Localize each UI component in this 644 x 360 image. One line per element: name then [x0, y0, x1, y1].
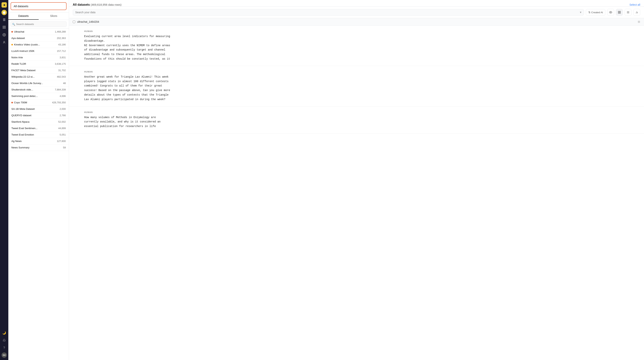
dataset-item-count: 1,468,288: [55, 30, 66, 33]
nav-datasets-icon[interactable]: [1, 24, 7, 30]
dataset-list-item[interactable]: Wikipedia-22-12-si...482,543: [8, 74, 69, 80]
sort-icon: ⇅: [588, 11, 590, 14]
dataset-item-name: Kinetics Video (custo...: [14, 43, 40, 46]
list-view-button[interactable]: [625, 9, 632, 16]
dataset-item-name: Tweet Eval Sentimen...: [11, 127, 38, 130]
dataset-list-item[interactable]: SA-1B Meta Dataset2,000: [8, 106, 69, 112]
select-all-button[interactable]: Select all: [630, 3, 640, 6]
dataset-list-item[interactable]: Ag News127,600: [8, 138, 69, 144]
svg-point-5: [4, 41, 5, 42]
all-datasets-button[interactable]: All datasets: [10, 2, 66, 10]
status-dot: [11, 31, 13, 32]
dataset-row-header: ultrachat_1464204 ⊞: [69, 18, 644, 25]
dataset-item-name: Shutterstock vide...: [11, 88, 33, 91]
message-text: Evaluating current area level indicators…: [84, 34, 635, 61]
content-area: ultrachat_1464204 ⊞ HUMANEvaluating curr…: [69, 18, 644, 360]
dataset-item-count: 2,000: [60, 108, 66, 110]
dataset-item-count: 43,186: [58, 43, 66, 46]
dataset-list-item[interactable]: Tweet Eval Sentimen...44,899: [8, 125, 69, 132]
sidebar-tabs: Datasets Slices: [8, 12, 69, 20]
dataset-list-item[interactable]: Tweet Eval Emotion5,051: [8, 132, 69, 138]
dataset-item-count: 127,600: [57, 140, 66, 143]
dataset-list-item[interactable]: LLaVA Instruct 150K157,712: [8, 48, 69, 54]
sort-button[interactable]: ⇅ Created At: [586, 9, 605, 15]
sort-label: Created At: [591, 11, 603, 14]
sidebar-header: All datasets: [8, 0, 69, 12]
dataset-item-count: 426,793,350: [52, 101, 66, 104]
dataset-item-count: 157,712: [57, 50, 66, 52]
dataset-list-item[interactable]: Stanford Alpaca52,002: [8, 119, 69, 125]
page-title: All datasets (469,618,956 data rows): [73, 3, 122, 6]
dataset-list-item[interactable]: Notre Arte3,831: [8, 54, 69, 61]
dataset-item-name: LLaVA Instruct 150K: [11, 50, 34, 52]
eye-view-button[interactable]: [607, 9, 614, 16]
left-nav: ◆ ☰ 🌙 ? GU: [0, 0, 8, 360]
dataset-list-item[interactable]: Ocean Worlds Life Survey...48: [8, 80, 69, 86]
tab-datasets[interactable]: Datasets: [8, 12, 39, 20]
nav-models-icon[interactable]: [1, 39, 7, 45]
nav-menu-icon[interactable]: ☰: [1, 17, 7, 23]
dataset-list-item[interactable]: Kinetics Video (custo...43,186: [8, 41, 69, 48]
grid-view-button[interactable]: [616, 9, 623, 16]
dataset-list-item[interactable]: Shutterstock vide...7,884,339: [8, 86, 69, 93]
dataset-item-count: 7,884,339: [55, 88, 66, 91]
shield-badge: [2, 10, 7, 15]
svg-rect-9: [618, 12, 619, 13]
toolbar: ▼ ⇅ Created At: [69, 7, 644, 18]
dataset-item-name: SA-1B Meta Dataset: [11, 108, 35, 110]
dataset-item-count: 31,702: [58, 69, 66, 72]
dataset-list-item[interactable]: FACET Meta Dataset31,702: [8, 67, 69, 74]
dataset-item-count: 52,002: [58, 120, 66, 123]
svg-rect-2: [3, 28, 4, 28]
dataset-list: Ultrachat1,468,288Aya dataset202,363Kine…: [8, 28, 69, 360]
select-row-checkbox[interactable]: [73, 21, 75, 23]
dataset-list-item[interactable]: Reddit TLDR3,638,175: [8, 61, 69, 67]
dataset-item-name: Ultrachat: [14, 30, 24, 33]
dataset-item-count: 2,766: [60, 114, 66, 117]
svg-point-6: [610, 12, 611, 13]
svg-rect-8: [620, 11, 620, 12]
dataset-row-label: ultrachat_1464204: [77, 20, 99, 23]
svg-point-4: [4, 34, 5, 35]
dataset-item-name: Stanford Alpaca: [11, 120, 30, 123]
help-icon[interactable]: ?: [1, 345, 7, 351]
user-avatar[interactable]: GU: [2, 353, 7, 358]
dataset-item-count: 44,899: [58, 127, 66, 130]
main-search-wrap: ▼: [73, 9, 584, 15]
nav-settings-icon[interactable]: [1, 32, 7, 38]
dataset-list-item[interactable]: Ultrachat1,468,288: [8, 28, 69, 35]
message-section: HUMANHow many volumes of Methods in Enzy…: [69, 107, 644, 133]
search-dropdown-icon: ▼: [579, 11, 582, 14]
main-search-input[interactable]: [73, 9, 584, 15]
sidebar-search-input[interactable]: [10, 21, 66, 27]
message-text: How many volumes of Methods in Enzymolog…: [84, 115, 635, 129]
message-text: Another great week for Triangle Lax Alum…: [84, 75, 635, 102]
dataset-list-item[interactable]: Aya dataset202,363: [8, 35, 69, 41]
tab-slices[interactable]: Slices: [39, 12, 69, 20]
app-logo[interactable]: ◆: [2, 2, 7, 7]
chart-view-button[interactable]: [634, 9, 640, 16]
message-role: HUMAN: [84, 111, 635, 113]
notifications-icon[interactable]: [1, 337, 7, 343]
dataset-item-count: 202,363: [57, 37, 66, 39]
dataset-item-name: Wikipedia-22-12-si...: [11, 75, 35, 78]
expand-icon[interactable]: ⊞: [638, 20, 640, 23]
message-role: HUMAN: [84, 30, 635, 32]
dataset-list-item[interactable]: QUERYD dataset2,766: [8, 112, 69, 119]
sidebar: All datasets Datasets Slices 🔍 Ultrachat…: [8, 0, 69, 360]
dataset-item-name: Ocean Worlds Life Survey...: [11, 82, 43, 85]
dataset-list-item[interactable]: Coyo 700M426,793,350: [8, 99, 69, 106]
dataset-item-name: Coyo 700M: [14, 101, 27, 104]
svg-rect-0: [3, 26, 4, 27]
dataset-item-count: 5,051: [60, 133, 66, 136]
dataset-list-item[interactable]: Swimming pool detec...4,696: [8, 93, 69, 99]
dataset-item-name: Swimming pool detec...: [11, 95, 38, 97]
dataset-list-item[interactable]: News Summary59: [8, 144, 69, 151]
dark-mode-icon[interactable]: 🌙: [1, 330, 7, 336]
dataset-item-count: 59: [63, 146, 66, 149]
sidebar-search-box: 🔍: [8, 20, 69, 28]
dataset-item-count: 3,638,175: [55, 62, 66, 65]
dataset-item-name: QUERYD dataset: [11, 114, 32, 117]
dataset-item-name: Notre Arte: [11, 56, 23, 59]
dataset-item-name: Tweet Eval Emotion: [11, 133, 34, 136]
